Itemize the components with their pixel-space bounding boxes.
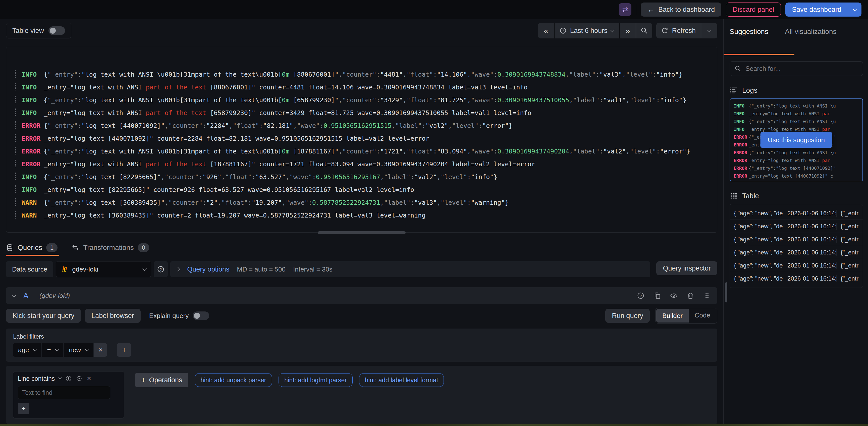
table-preview-cell: {"_entr xyxy=(836,210,863,217)
tab-transformations[interactable]: Transformations 0 xyxy=(71,239,149,256)
datasource-label: Data source xyxy=(6,261,53,277)
time-shift-forward-button[interactable]: » xyxy=(620,23,636,38)
use-suggestion-button[interactable]: Use this suggestion xyxy=(760,132,832,148)
hint-unpack-parser[interactable]: hint: add unpack parser xyxy=(195,373,272,387)
table-suggestion-card[interactable]: { "age": "new", "dete2026-01-06 16:14:42… xyxy=(730,204,863,288)
log-row: INFO_entry="log text with ANSI part of t… xyxy=(14,81,715,94)
search-icon xyxy=(734,65,741,72)
target-icon[interactable] xyxy=(76,375,82,382)
tab-all-visualizations[interactable]: All visualizations xyxy=(785,28,836,55)
tab-suggestions[interactable]: Suggestions xyxy=(730,28,768,55)
transformations-count-badge: 0 xyxy=(138,243,149,252)
log-row-menu-icon[interactable] xyxy=(15,160,16,167)
table-preview-row: { "age": "new", "dete2026-01-06 16:14:41… xyxy=(730,233,863,246)
time-range-picker[interactable]: Last 6 hours xyxy=(555,23,619,38)
back-label: Back to dashboard xyxy=(658,6,715,13)
operation-title[interactable]: Line contains xyxy=(18,375,55,382)
table-preview-cell: 2026-01-06 16:14:41. xyxy=(783,236,836,243)
refresh-label: Refresh xyxy=(672,27,696,35)
hint-logfmt-parser[interactable]: hint: add logfmt parser xyxy=(279,373,352,387)
table-preview-cell: {"_entr xyxy=(836,236,863,243)
log-row-menu-icon[interactable] xyxy=(15,198,16,206)
tab-queries[interactable]: Queries 1 xyxy=(6,239,58,256)
delete-query-icon[interactable] xyxy=(687,292,694,299)
zoom-out-button[interactable] xyxy=(636,23,652,38)
log-row-menu-icon[interactable] xyxy=(15,70,16,78)
drag-handle-icon[interactable] xyxy=(703,292,711,299)
add-operation-button[interactable]: + Operations xyxy=(135,373,188,387)
log-row-menu-icon[interactable] xyxy=(15,173,16,180)
remove-operation-button[interactable]: × xyxy=(87,374,91,383)
save-options-caret[interactable] xyxy=(848,2,862,17)
info-icon[interactable] xyxy=(65,375,72,382)
builder-mode-option[interactable]: Builder xyxy=(656,309,689,323)
table-preview-row: { "age": "new", "dete2026-01-06 16:14:39… xyxy=(730,272,863,285)
table-view-toggle[interactable] xyxy=(49,26,65,35)
time-range-label: Last 6 hours xyxy=(570,27,608,35)
add-filter-button[interactable]: + xyxy=(117,343,131,357)
table-preview-cell: {"_entr xyxy=(836,275,863,282)
queries-tab-label: Queries xyxy=(18,244,42,252)
logs-suggestion-card[interactable]: INFO{"_entry":"log text with ANSI \uINFO… xyxy=(730,98,863,181)
log-line-text: _entry="log text [440071092]" counter=22… xyxy=(44,135,429,142)
log-row: INFO_entry="log text [82295665]" counter… xyxy=(14,183,715,196)
log-row-menu-icon[interactable] xyxy=(15,185,16,193)
search-input[interactable] xyxy=(745,65,858,72)
logs-preview-row: INFO{"_entry":"log text with ANSI \u xyxy=(734,102,859,110)
log-row-menu-icon[interactable] xyxy=(15,83,16,90)
table-preview-cell: { "age": "new", "dete xyxy=(730,223,783,230)
log-row: ERROR_entry="log text with ANSI part of … xyxy=(14,158,715,171)
label-browser-button[interactable]: Label browser xyxy=(85,309,141,323)
log-row-menu-icon[interactable] xyxy=(15,96,16,103)
filter-label-select[interactable]: age xyxy=(13,343,41,357)
filter-operator-select[interactable]: = xyxy=(42,343,63,357)
svg-text:?: ? xyxy=(640,294,642,298)
time-shift-back-button[interactable]: « xyxy=(538,23,554,38)
log-row-menu-icon[interactable] xyxy=(15,147,16,154)
refresh-button[interactable]: Refresh xyxy=(656,23,701,38)
discard-panel-button[interactable]: Discard panel xyxy=(726,2,781,17)
query-inspector-button[interactable]: Query inspector xyxy=(656,261,717,275)
explain-query-toggle[interactable] xyxy=(193,311,209,320)
desktop-wallpaper-strip xyxy=(0,424,868,426)
log-row: INFO_entry="log text with ANSI part of t… xyxy=(14,106,715,119)
log-line-text: {"_entry":"log text with ANSI \u001b[31m… xyxy=(44,96,686,104)
log-level: INFO xyxy=(22,106,44,119)
run-query-button[interactable]: Run query xyxy=(605,309,650,323)
duplicate-query-icon[interactable] xyxy=(653,292,661,299)
chevron-down-icon xyxy=(58,376,62,379)
panel-mode-icon[interactable]: ⇄ xyxy=(619,3,631,16)
query-row-header[interactable]: A (gdev-loki) ? xyxy=(6,287,717,304)
log-row-menu-icon[interactable] xyxy=(15,211,16,218)
log-row: WARN_entry="log text [360389435]" counte… xyxy=(14,209,715,222)
filter-value-select[interactable]: new xyxy=(64,343,93,357)
logs-preview-row: ERROR_entry="log text with ANSI par xyxy=(734,156,859,164)
hide-query-icon[interactable] xyxy=(670,292,678,299)
logs-preview-row: INFO_entry="log text with ANSI par xyxy=(734,110,859,118)
table-preview-row: { "age": "new", "dete2026-01-06 16:14:42… xyxy=(730,207,863,220)
hint-label-level-format[interactable]: hint: add label level format xyxy=(359,373,444,387)
log-row: INFO{"_entry":"log text [82295665]","cou… xyxy=(14,171,715,183)
panel-resize-handle[interactable] xyxy=(318,231,406,234)
refresh-interval-caret[interactable] xyxy=(701,23,717,38)
back-to-dashboard-button[interactable]: ← Back to dashboard xyxy=(641,2,721,17)
remove-filter-button[interactable]: × xyxy=(94,343,107,357)
queries-count-badge: 1 xyxy=(46,243,58,252)
collapse-query-icon[interactable] xyxy=(12,293,16,297)
log-line-text: _entry="log text with ANSI part of the t… xyxy=(44,160,535,168)
log-row-menu-icon[interactable] xyxy=(15,121,16,129)
sidebar-tabs: Suggestions All visualizations xyxy=(730,19,863,55)
datasource-help-button[interactable]: ? xyxy=(154,261,168,277)
add-line-filter-button[interactable]: + xyxy=(18,403,29,414)
log-line-text: _entry="log text [360389435]" counter=2 … xyxy=(44,212,426,219)
code-mode-option[interactable]: Code xyxy=(689,309,716,323)
kick-start-button[interactable]: Kick start your query xyxy=(6,309,81,323)
table-preview-cell: { "age": "new", "dete xyxy=(730,275,783,282)
datasource-picker[interactable]: gdev-loki xyxy=(56,261,151,277)
log-row-menu-icon[interactable] xyxy=(15,134,16,142)
text-to-find-input[interactable] xyxy=(18,386,110,399)
help-icon[interactable]: ? xyxy=(637,292,645,299)
log-row-menu-icon[interactable] xyxy=(15,109,16,116)
save-dashboard-button[interactable]: Save dashboard xyxy=(785,2,862,17)
query-options-button[interactable]: Query options xyxy=(187,266,229,273)
